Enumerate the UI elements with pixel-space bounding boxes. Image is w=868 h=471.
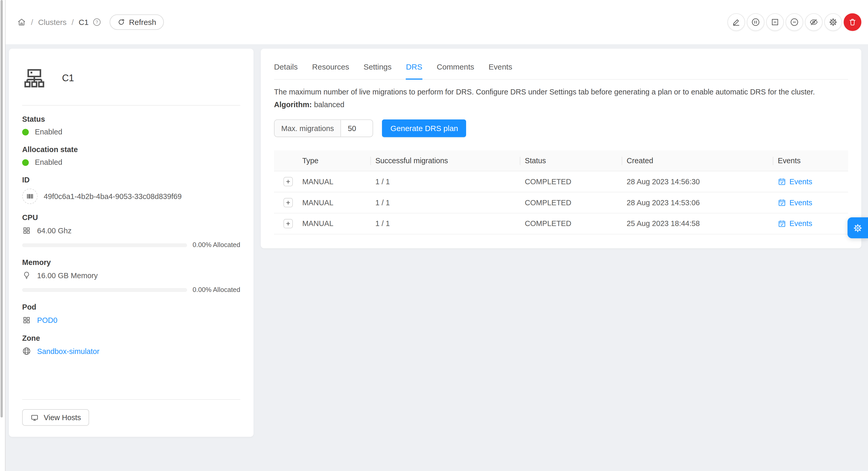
bulb-icon <box>22 271 31 280</box>
disable-button[interactable] <box>786 13 803 31</box>
refresh-button[interactable]: Refresh <box>110 14 164 30</box>
eye-invisible-icon <box>809 18 818 27</box>
left-scrollbar[interactable] <box>0 0 5 471</box>
zone-link[interactable]: Sandbox-simulator <box>37 347 99 355</box>
top-bar: / Clusters / C1 ? Refresh <box>5 0 868 44</box>
cpu-field: CPU 64.00 Ghz 0.00% Allocated <box>22 213 240 248</box>
expand-row-button[interactable] <box>283 177 293 186</box>
generate-drs-plan-button[interactable]: Generate DRS plan <box>382 120 466 137</box>
memory-allocated: 0.00% Allocated <box>192 286 240 294</box>
row-created: 28 Aug 2023 14:56:30 <box>622 177 773 186</box>
max-migrations-group: Max. migrations <box>274 120 373 137</box>
row-events-link[interactable]: Events <box>778 177 848 186</box>
cpu-allocated: 0.00% Allocated <box>192 241 240 249</box>
settings-drawer-button[interactable] <box>847 217 868 238</box>
drs-plan-table: Type Successful migrations Status Create… <box>274 150 848 235</box>
pause-button[interactable] <box>747 13 764 31</box>
appstore-icon <box>22 226 31 235</box>
cluster-icon <box>22 66 46 91</box>
pod-link[interactable]: POD0 <box>37 316 57 324</box>
row-status: COMPLETED <box>520 177 622 186</box>
migrations-column-header: Successful migrations <box>370 157 520 165</box>
scrollbar-thumb[interactable] <box>1 0 3 417</box>
help-icon[interactable]: ? <box>92 18 101 27</box>
cpu-progress-bar <box>22 243 187 247</box>
allocation-state-field: Allocation state Enabled <box>22 145 240 166</box>
id-field: ID 49f0c6a1-4b2b-4ba4-9053-33c08d839f69 <box>22 176 240 204</box>
allocation-state-label: Allocation state <box>22 145 240 154</box>
id-value: 49f0c6a1-4b2b-4ba4-9053-33c08d839f69 <box>44 192 182 200</box>
breadcrumb-separator: / <box>31 18 33 27</box>
view-hosts-button[interactable]: View Hosts <box>22 409 89 426</box>
breadcrumb: / Clusters / C1 ? Refresh <box>17 14 164 30</box>
table-row: MANUAL 1 / 1 COMPLETED 28 Aug 2023 14:56… <box>274 171 848 193</box>
globe-icon <box>22 347 31 356</box>
table-row: MANUAL 1 / 1 COMPLETED 25 Aug 2023 18:44… <box>274 213 848 234</box>
plus-icon <box>285 200 291 205</box>
svg-text:?: ? <box>96 20 98 24</box>
info-card-footer: View Hosts <box>22 387 240 426</box>
drs-description: The maximum number of live migrations to… <box>274 88 848 96</box>
pod-label: Pod <box>22 303 240 311</box>
row-migrations: 1 / 1 <box>370 177 520 186</box>
row-events-link[interactable]: Events <box>778 220 848 228</box>
breadcrumb-clusters[interactable]: Clusters <box>38 18 66 27</box>
zone-field: Zone Sandbox-simulator <box>22 334 240 356</box>
action-buttons <box>727 13 862 31</box>
trash-icon <box>848 18 857 27</box>
reload-icon <box>118 18 125 26</box>
desktop-icon <box>30 413 39 422</box>
memory-progress-bar <box>22 288 187 292</box>
allocation-state-dot <box>22 159 29 166</box>
cluster-info-card: C1 Status Enabled Allocation state Enabl… <box>9 49 254 437</box>
tab-settings[interactable]: Settings <box>364 63 392 79</box>
row-migrations: 1 / 1 <box>370 199 520 207</box>
home-icon[interactable] <box>17 18 26 27</box>
refresh-label: Refresh <box>129 18 156 27</box>
tab-events[interactable]: Events <box>489 63 512 79</box>
expand-row-button[interactable] <box>283 198 293 207</box>
tab-bar: Details Resources Settings DRS Comments … <box>274 49 848 80</box>
table-header-row: Type Successful migrations Status Create… <box>274 150 848 171</box>
row-events-link[interactable]: Events <box>778 199 848 207</box>
pod-field: Pod POD0 <box>22 303 240 325</box>
algorithm-value: balanced <box>314 101 344 109</box>
unmanage-square-icon <box>771 18 779 27</box>
settings-button[interactable] <box>824 13 842 31</box>
row-created: 25 Aug 2023 18:44:58 <box>622 220 773 228</box>
calendar-check-icon <box>778 177 786 186</box>
status-value: Enabled <box>35 128 62 136</box>
tab-resources[interactable]: Resources <box>312 63 349 79</box>
row-events-label: Events <box>789 177 812 186</box>
row-created: 28 Aug 2023 14:53:06 <box>622 199 773 207</box>
plus-icon <box>285 221 291 227</box>
delete-button[interactable] <box>844 13 861 31</box>
tab-drs[interactable]: DRS <box>406 63 422 80</box>
zone-label: Zone <box>22 334 240 342</box>
id-label: ID <box>22 176 240 184</box>
edit-button[interactable] <box>727 13 745 31</box>
plus-icon <box>285 178 291 184</box>
type-column-header: Type <box>297 157 370 165</box>
gear-icon <box>829 18 838 27</box>
row-migrations: 1 / 1 <box>370 220 520 228</box>
tab-comments[interactable]: Comments <box>437 63 474 79</box>
minus-circle-icon <box>790 18 799 27</box>
barcode-icon <box>22 189 38 204</box>
tab-details[interactable]: Details <box>274 63 298 79</box>
divider <box>22 399 240 400</box>
page: / Clusters / C1 ? Refresh <box>0 0 868 471</box>
hide-button[interactable] <box>805 13 823 31</box>
expand-row-button[interactable] <box>283 219 293 228</box>
table-row: MANUAL 1 / 1 COMPLETED 28 Aug 2023 14:53… <box>274 192 848 213</box>
allocation-state-value: Enabled <box>35 158 62 166</box>
max-migrations-input[interactable] <box>341 120 373 136</box>
appstore-icon <box>22 316 31 325</box>
edit-icon <box>732 18 741 27</box>
unmanage-button[interactable] <box>766 13 784 31</box>
status-label: Status <box>22 115 240 123</box>
row-events-label: Events <box>789 220 812 228</box>
memory-label: Memory <box>22 258 240 267</box>
memory-field: Memory 16.00 GB Memory 0.00% Allocated <box>22 258 240 294</box>
calendar-check-icon <box>778 199 786 207</box>
